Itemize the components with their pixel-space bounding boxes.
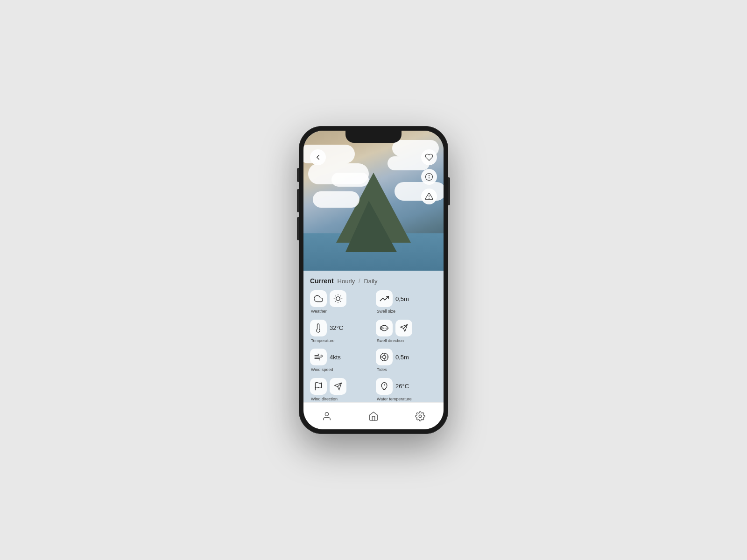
weather-label: Weather (310, 309, 371, 314)
swell-direction-icon-box (376, 320, 393, 336)
swell-size-icon-box (376, 290, 393, 307)
wind-direction-icon-box (310, 378, 327, 395)
tab-hourly[interactable]: Hourly (338, 278, 355, 285)
wind-speed-item: 4kts Wind speed (310, 349, 371, 373)
notch (345, 131, 402, 143)
water-temp-value: 26°C (395, 383, 409, 390)
wind-speed-icon-box (310, 349, 327, 365)
temperature-icon-box (310, 320, 327, 336)
wind-speed-value: 4kts (330, 354, 341, 361)
favorite-button[interactable] (421, 149, 437, 165)
power-button (448, 177, 450, 205)
view-tabs: Current Hourly / Daily (310, 277, 437, 285)
tab-daily[interactable]: Daily (364, 278, 377, 285)
alert-button[interactable] (421, 189, 437, 204)
weather-panel: Current Hourly / Daily (303, 271, 444, 402)
swell-direction-item: Swell direction (376, 320, 437, 344)
hero-image (303, 131, 444, 271)
swell-size-label: Swell size (376, 309, 437, 314)
tab-current[interactable]: Current (310, 277, 334, 285)
wind-direction-label: Wind direction (310, 397, 371, 401)
volume-down-button (297, 217, 299, 240)
svg-point-19 (383, 356, 386, 359)
swell-size-value: 0,5m (395, 295, 409, 302)
svg-line-9 (335, 296, 336, 296)
bottom-navigation (303, 402, 444, 429)
back-button[interactable] (310, 149, 326, 165)
silent-button (297, 168, 299, 182)
svg-point-28 (325, 412, 328, 415)
action-buttons (421, 149, 437, 204)
svg-point-6 (336, 297, 340, 301)
weather-icon-box (310, 290, 327, 307)
water-temperature-item: 26°C Water temperature (376, 378, 437, 403)
water-temp-label: Water temperature (376, 397, 437, 401)
svg-line-10 (340, 301, 341, 301)
tides-label: Tides (376, 367, 437, 372)
home-nav-button[interactable] (364, 407, 383, 426)
phone-screen: Current Hourly / Daily (303, 131, 444, 429)
wind-direction-item: Wind direction (310, 378, 371, 403)
tides-item: 0,5m Tides (376, 349, 437, 373)
volume-up-button (297, 189, 299, 212)
wind-speed-label: Wind speed (310, 367, 371, 372)
svg-line-13 (335, 301, 336, 301)
svg-line-14 (340, 296, 341, 296)
settings-nav-button[interactable] (411, 407, 430, 426)
temperature-value: 32°C (330, 324, 343, 331)
temperature-item: 32°C Temperature (310, 320, 371, 344)
weather-grid: Weather 0,5m Swell size (310, 290, 437, 402)
tides-value: 0,5m (395, 354, 409, 361)
water-temp-icon-box (376, 378, 393, 395)
temperature-label: Temperature (310, 338, 371, 343)
swell-size-item: 0,5m Swell size (376, 290, 437, 315)
profile-nav-button[interactable] (317, 407, 336, 426)
tides-icon-box (376, 349, 393, 365)
swell-direction-label: Swell direction (376, 338, 437, 343)
phone-frame: Current Hourly / Daily (299, 126, 448, 434)
direction-arrow-box (395, 320, 412, 336)
svg-point-3 (429, 175, 430, 176)
svg-point-5 (429, 198, 430, 198)
sun-icon-box (330, 290, 346, 307)
svg-point-29 (419, 415, 422, 418)
tab-divider: / (359, 278, 360, 284)
wind-arrow-box (330, 378, 346, 395)
weather-item: Weather (310, 290, 371, 315)
info-button[interactable] (421, 169, 437, 185)
